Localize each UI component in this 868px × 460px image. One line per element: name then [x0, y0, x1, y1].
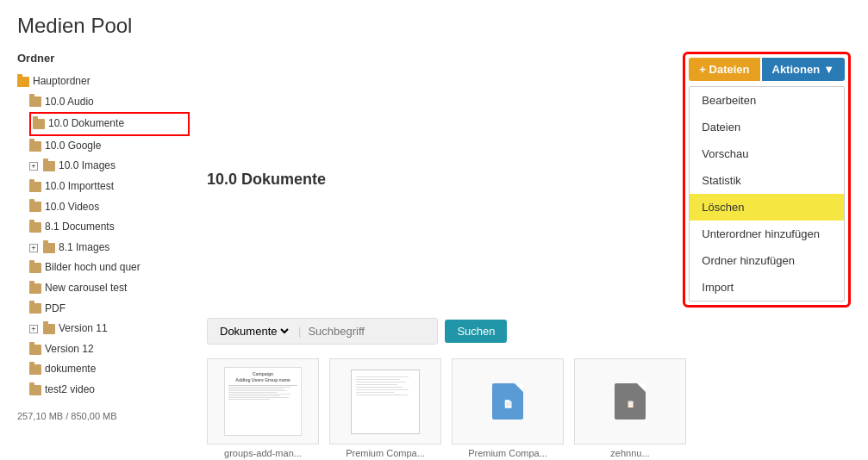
tree-item-audio[interactable]: 10.0 Audio: [29, 92, 190, 113]
dropdown-item-ordner[interactable]: Ordner hinzufügen: [690, 247, 844, 274]
folder-icon: [43, 324, 55, 334]
file-thumbnail: CampaignAdding Users Group name: [207, 358, 319, 444]
tree-item-test2video[interactable]: test2 video: [29, 380, 190, 401]
page-container: Medien Pool Ordner Hauptordner 10.0 Audi…: [0, 0, 868, 460]
search-toolbar: Dokumente | Suchen: [207, 318, 851, 345]
tree-item-v11[interactable]: + Version 11: [29, 319, 190, 339]
dropdown-menu: Bearbeiten Dateien Vorschau Statistik Lö…: [689, 86, 845, 301]
sidebar: Ordner Hauptordner 10.0 Audio 10.0 Dokum…: [17, 52, 190, 460]
folder-icon: [29, 345, 41, 355]
search-button[interactable]: Suchen: [445, 320, 507, 343]
tree-item-images[interactable]: + 10.0 Images: [29, 156, 190, 177]
action-buttons: Dateien Aktionen ▼: [689, 58, 845, 81]
doc-icon-wrapper: 📋: [575, 359, 685, 444]
tree-item-81docs[interactable]: 8.1 Documents: [29, 217, 190, 238]
tree-item-hauptordner[interactable]: Hauptordner: [17, 71, 190, 92]
dropdown-item-dateien[interactable]: Dateien: [690, 114, 844, 140]
files-row-1: CampaignAdding Users Group name: [207, 358, 851, 458]
folder-tree: Hauptordner 10.0 Audio 10.0 Dokumente 10: [17, 71, 190, 401]
expand-icon[interactable]: +: [29, 162, 38, 171]
dropdown-item-bearbeiten[interactable]: Bearbeiten: [690, 87, 844, 114]
dropdown-item-import[interactable]: Import: [690, 274, 844, 301]
layout: Ordner Hauptordner 10.0 Audio 10.0 Dokum…: [17, 52, 851, 460]
file-thumbnail: [329, 358, 441, 444]
tree-item-dokumente[interactable]: 10.0 Dokumente: [29, 112, 190, 136]
dropdown-item-loeschen[interactable]: Löschen: [690, 194, 844, 221]
folder-icon: [29, 303, 41, 314]
folder-icon: [29, 182, 41, 192]
folder-icon: [29, 263, 41, 273]
tree-item-dokumente2[interactable]: dokumente: [29, 359, 190, 380]
folder-icon: [29, 202, 41, 212]
folder-icon: [17, 77, 29, 87]
file-name: Premium Compa...: [329, 448, 441, 458]
folder-icon: [29, 364, 41, 375]
doc-icon: 📋: [615, 383, 646, 420]
file-item[interactable]: 📄 Premium Compa...: [452, 358, 564, 458]
doc-icon: 📄: [492, 383, 523, 420]
main-header: 10.0 Dokumente Dateien Aktionen ▼ Bearbe…: [207, 52, 851, 308]
dropdown-item-statistik[interactable]: Statistik: [690, 167, 844, 194]
file-thumbnail: 📄: [452, 358, 564, 444]
folder-icon: [29, 385, 41, 395]
tree-item-v12[interactable]: Version 12: [29, 339, 190, 360]
page-title: Medien Pool: [17, 14, 851, 38]
file-name: Premium Compa...: [452, 448, 564, 458]
doc-icon-wrapper: 📄: [453, 359, 563, 444]
folder-icon: [29, 141, 41, 152]
search-wrapper: Dokumente |: [207, 318, 438, 345]
chevron-down-icon: ▼: [823, 63, 834, 76]
tree-item-google[interactable]: 10.0 Google: [29, 136, 190, 157]
folder-icon: [43, 243, 55, 253]
tree-item-bilder[interactable]: Bilder hoch und quer: [29, 258, 190, 278]
sidebar-title: Ordner: [17, 52, 190, 65]
search-input[interactable]: [308, 325, 428, 338]
tree-item-importtest[interactable]: 10.0 Importtest: [29, 177, 190, 197]
expand-icon[interactable]: +: [29, 325, 38, 333]
doc-preview: CampaignAdding Users Group name: [224, 367, 302, 436]
file-item[interactable]: 📋 zehnnu...: [574, 358, 686, 458]
tree-children: 10.0 Audio 10.0 Dokumente 10.0 Google + …: [17, 92, 190, 401]
search-category-select[interactable]: Dokumente: [216, 324, 291, 339]
add-files-button[interactable]: Dateien: [689, 58, 759, 81]
select-divider: |: [298, 325, 301, 338]
folder-icon: [43, 161, 55, 171]
folder-icon: [29, 222, 41, 233]
file-name: groups-add-man...: [207, 448, 319, 458]
aktionen-button[interactable]: Aktionen ▼: [762, 58, 846, 81]
folder-title: 10.0 Dokumente: [207, 171, 326, 189]
doc-preview-plain: [351, 370, 420, 434]
folder-icon: [29, 283, 41, 294]
file-item[interactable]: Premium Compa...: [329, 358, 441, 458]
folder-icon: [29, 96, 41, 107]
file-thumbnail: 📋: [574, 358, 686, 444]
storage-info: 257,10 MB / 850,00 MB: [17, 411, 190, 421]
expand-icon[interactable]: +: [29, 244, 38, 252]
action-zone: Dateien Aktionen ▼ Bearbeiten Dateien Vo…: [683, 52, 851, 308]
file-name: zehnnu...: [574, 448, 686, 458]
main-content: 10.0 Dokumente Dateien Aktionen ▼ Bearbe…: [207, 52, 851, 460]
file-item[interactable]: CampaignAdding Users Group name: [207, 358, 319, 458]
dropdown-item-vorschau[interactable]: Vorschau: [690, 140, 844, 167]
tree-item-videos[interactable]: 10.0 Videos: [29, 197, 190, 218]
tree-item-carousel[interactable]: New carousel test: [29, 278, 190, 299]
folder-icon: [33, 119, 45, 129]
tree-item-81images[interactable]: + 8.1 Images: [29, 238, 190, 258]
dropdown-item-unterordner[interactable]: Unterordner hinzufügen: [690, 221, 844, 247]
tree-item-pdf[interactable]: PDF: [29, 299, 190, 320]
